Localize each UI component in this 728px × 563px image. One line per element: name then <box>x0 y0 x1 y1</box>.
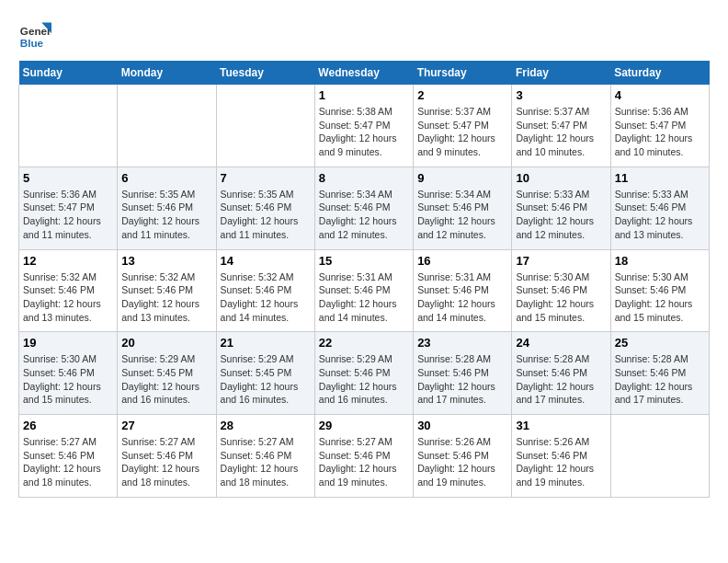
day-number: 23 <box>417 336 507 350</box>
day-info: Sunrise: 5:34 AMSunset: 5:46 PMDaylight:… <box>319 188 409 242</box>
calendar-table: SundayMondayTuesdayWednesdayThursdayFrid… <box>18 61 710 498</box>
calendar-day-cell: 5Sunrise: 5:36 AMSunset: 5:47 PMDaylight… <box>19 167 118 249</box>
day-number: 21 <box>221 336 311 350</box>
calendar-day-cell: 14Sunrise: 5:32 AMSunset: 5:46 PMDayligh… <box>216 249 314 332</box>
day-number: 1 <box>319 88 409 102</box>
day-number: 15 <box>319 254 409 268</box>
page-header: General Blue <box>18 18 710 52</box>
calendar-day-cell: 6Sunrise: 5:35 AMSunset: 5:46 PMDaylight… <box>118 167 216 249</box>
day-info: Sunrise: 5:31 AMSunset: 5:46 PMDaylight:… <box>417 270 507 325</box>
day-number: 27 <box>121 419 211 432</box>
day-number: 24 <box>516 336 606 350</box>
day-info: Sunrise: 5:29 AMSunset: 5:45 PMDaylight:… <box>221 352 311 407</box>
day-number: 25 <box>615 336 705 350</box>
day-info: Sunrise: 5:27 AMSunset: 5:46 PMDaylight:… <box>121 435 211 489</box>
calendar-day-cell <box>19 85 118 167</box>
logo-icon: General Blue <box>18 18 51 52</box>
day-info: Sunrise: 5:26 AMSunset: 5:46 PMDaylight:… <box>516 435 606 489</box>
calendar-day-cell: 10Sunrise: 5:33 AMSunset: 5:46 PMDayligh… <box>512 167 610 249</box>
calendar-day-cell: 31Sunrise: 5:26 AMSunset: 5:46 PMDayligh… <box>512 415 610 498</box>
logo: General Blue <box>18 18 51 52</box>
day-info: Sunrise: 5:30 AMSunset: 5:46 PMDaylight:… <box>516 270 606 325</box>
calendar-day-cell: 13Sunrise: 5:32 AMSunset: 5:46 PMDayligh… <box>118 249 216 332</box>
day-number: 18 <box>615 254 705 268</box>
day-info: Sunrise: 5:38 AMSunset: 5:47 PMDaylight:… <box>319 105 409 159</box>
day-number: 26 <box>23 419 113 432</box>
weekday-header-row: SundayMondayTuesdayWednesdayThursdayFrid… <box>19 61 710 85</box>
day-number: 4 <box>615 88 705 102</box>
day-info: Sunrise: 5:29 AMSunset: 5:45 PMDaylight:… <box>121 352 211 407</box>
day-info: Sunrise: 5:28 AMSunset: 5:46 PMDaylight:… <box>516 352 606 407</box>
day-info: Sunrise: 5:37 AMSunset: 5:47 PMDaylight:… <box>516 105 606 159</box>
weekday-label: Tuesday <box>216 61 314 85</box>
day-info: Sunrise: 5:33 AMSunset: 5:46 PMDaylight:… <box>615 188 705 242</box>
weekday-label: Wednesday <box>314 61 413 85</box>
day-number: 29 <box>319 419 409 432</box>
calendar-day-cell: 8Sunrise: 5:34 AMSunset: 5:46 PMDaylight… <box>314 167 413 249</box>
calendar-day-cell: 7Sunrise: 5:35 AMSunset: 5:46 PMDaylight… <box>216 167 314 249</box>
day-number: 19 <box>23 336 113 350</box>
calendar-day-cell: 25Sunrise: 5:28 AMSunset: 5:46 PMDayligh… <box>610 332 709 415</box>
calendar-day-cell: 19Sunrise: 5:30 AMSunset: 5:46 PMDayligh… <box>19 332 118 415</box>
day-info: Sunrise: 5:27 AMSunset: 5:46 PMDaylight:… <box>319 435 409 489</box>
day-info: Sunrise: 5:32 AMSunset: 5:46 PMDaylight:… <box>121 270 211 325</box>
day-number: 5 <box>23 171 113 185</box>
calendar-day-cell: 1Sunrise: 5:38 AMSunset: 5:47 PMDaylight… <box>314 85 413 167</box>
day-info: Sunrise: 5:31 AMSunset: 5:46 PMDaylight:… <box>319 270 409 325</box>
weekday-label: Thursday <box>414 61 512 85</box>
calendar-day-cell: 24Sunrise: 5:28 AMSunset: 5:46 PMDayligh… <box>512 332 610 415</box>
day-info: Sunrise: 5:35 AMSunset: 5:46 PMDaylight:… <box>221 188 311 242</box>
day-info: Sunrise: 5:37 AMSunset: 5:47 PMDaylight:… <box>417 105 507 159</box>
day-number: 17 <box>516 254 606 268</box>
calendar-day-cell: 4Sunrise: 5:36 AMSunset: 5:47 PMDaylight… <box>610 85 709 167</box>
calendar-day-cell: 15Sunrise: 5:31 AMSunset: 5:46 PMDayligh… <box>314 249 413 332</box>
day-number: 13 <box>121 254 211 268</box>
weekday-label: Friday <box>512 61 610 85</box>
day-info: Sunrise: 5:29 AMSunset: 5:46 PMDaylight:… <box>319 352 409 407</box>
day-number: 20 <box>121 336 211 350</box>
calendar-day-cell: 2Sunrise: 5:37 AMSunset: 5:47 PMDaylight… <box>414 85 512 167</box>
calendar-day-cell: 9Sunrise: 5:34 AMSunset: 5:46 PMDaylight… <box>414 167 512 249</box>
day-info: Sunrise: 5:28 AMSunset: 5:46 PMDaylight:… <box>615 352 705 407</box>
day-number: 30 <box>417 419 507 432</box>
day-number: 12 <box>23 254 113 268</box>
day-info: Sunrise: 5:32 AMSunset: 5:46 PMDaylight:… <box>221 270 311 325</box>
day-number: 7 <box>221 171 311 185</box>
day-info: Sunrise: 5:35 AMSunset: 5:46 PMDaylight:… <box>121 188 211 242</box>
day-number: 14 <box>221 254 311 268</box>
calendar-day-cell: 30Sunrise: 5:26 AMSunset: 5:46 PMDayligh… <box>414 415 512 498</box>
day-info: Sunrise: 5:32 AMSunset: 5:46 PMDaylight:… <box>23 270 113 325</box>
calendar-day-cell: 17Sunrise: 5:30 AMSunset: 5:46 PMDayligh… <box>512 249 610 332</box>
calendar-day-cell <box>216 85 314 167</box>
day-info: Sunrise: 5:26 AMSunset: 5:46 PMDaylight:… <box>417 435 507 489</box>
calendar-week-row: 19Sunrise: 5:30 AMSunset: 5:46 PMDayligh… <box>19 332 710 415</box>
calendar-day-cell: 22Sunrise: 5:29 AMSunset: 5:46 PMDayligh… <box>314 332 413 415</box>
calendar-day-cell: 12Sunrise: 5:32 AMSunset: 5:46 PMDayligh… <box>19 249 118 332</box>
day-number: 11 <box>615 171 705 185</box>
calendar-week-row: 5Sunrise: 5:36 AMSunset: 5:47 PMDaylight… <box>19 167 710 249</box>
weekday-label: Monday <box>118 61 216 85</box>
calendar-day-cell: 18Sunrise: 5:30 AMSunset: 5:46 PMDayligh… <box>610 249 709 332</box>
calendar-week-row: 12Sunrise: 5:32 AMSunset: 5:46 PMDayligh… <box>19 249 710 332</box>
day-number: 8 <box>319 171 409 185</box>
calendar-day-cell: 28Sunrise: 5:27 AMSunset: 5:46 PMDayligh… <box>216 415 314 498</box>
calendar-day-cell: 29Sunrise: 5:27 AMSunset: 5:46 PMDayligh… <box>314 415 413 498</box>
day-number: 22 <box>319 336 409 350</box>
day-info: Sunrise: 5:33 AMSunset: 5:46 PMDaylight:… <box>516 188 606 242</box>
calendar-day-cell: 11Sunrise: 5:33 AMSunset: 5:46 PMDayligh… <box>610 167 709 249</box>
day-number: 2 <box>417 88 507 102</box>
calendar-day-cell: 21Sunrise: 5:29 AMSunset: 5:45 PMDayligh… <box>216 332 314 415</box>
calendar-week-row: 1Sunrise: 5:38 AMSunset: 5:47 PMDaylight… <box>19 85 710 167</box>
day-info: Sunrise: 5:34 AMSunset: 5:46 PMDaylight:… <box>417 188 507 242</box>
day-number: 16 <box>417 254 507 268</box>
calendar-day-cell: 27Sunrise: 5:27 AMSunset: 5:46 PMDayligh… <box>118 415 216 498</box>
calendar-week-row: 26Sunrise: 5:27 AMSunset: 5:46 PMDayligh… <box>19 415 710 498</box>
calendar-day-cell <box>118 85 216 167</box>
day-number: 6 <box>121 171 211 185</box>
day-info: Sunrise: 5:36 AMSunset: 5:47 PMDaylight:… <box>23 188 113 242</box>
weekday-label: Saturday <box>610 61 709 85</box>
day-number: 9 <box>417 171 507 185</box>
day-number: 3 <box>516 88 606 102</box>
calendar-day-cell: 23Sunrise: 5:28 AMSunset: 5:46 PMDayligh… <box>414 332 512 415</box>
day-info: Sunrise: 5:30 AMSunset: 5:46 PMDaylight:… <box>23 352 113 407</box>
